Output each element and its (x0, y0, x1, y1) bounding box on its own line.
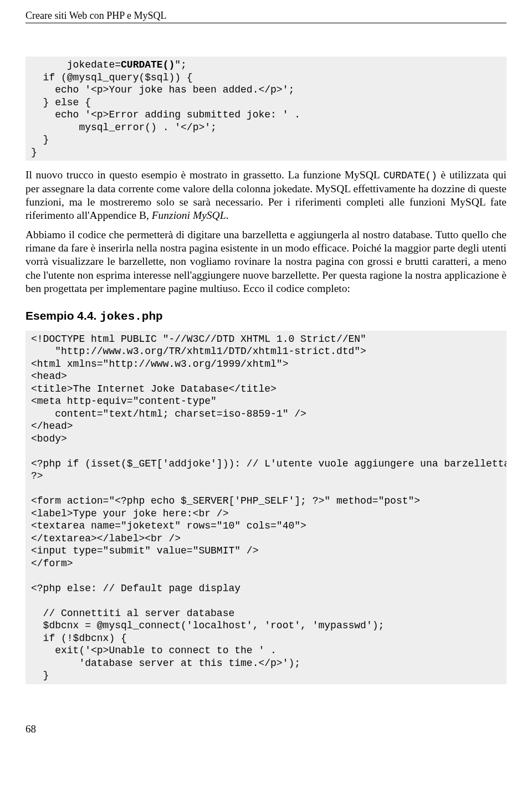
code-line: } else { (31, 97, 91, 108)
text-run: Il nuovo trucco in questo esempio è most… (25, 169, 383, 181)
paragraph-1: Il nuovo trucco in questo esempio è most… (25, 168, 507, 223)
example-heading: Esempio 4.4. jokes.php (25, 309, 507, 323)
code-line: echo '<p>Error adding submitted joke: ' … (31, 109, 300, 120)
code-line: mysql_error() . '</p>'; (31, 122, 217, 133)
code-bold-curdate: CURDATE() (121, 59, 175, 70)
inline-code-curdate: CURDATE() (383, 170, 437, 181)
example-label: Esempio 4.4. (25, 309, 100, 322)
paragraph-2: Abbiamo il codice che permetterà di digi… (25, 228, 507, 296)
code-block-2: <!DOCTYPE html PUBLIC "-//W3C//DTD XHTML… (25, 331, 507, 684)
code-block-1: jokedate=CURDATE()"; if (@mysql_query($s… (25, 57, 507, 161)
text-italic: Funzioni MySQL (152, 209, 226, 221)
text-run: . (226, 209, 228, 221)
code-line: } (31, 147, 37, 158)
page-number: 68 (25, 723, 507, 735)
code-line: } (31, 134, 49, 145)
example-filename: jokes.php (100, 310, 162, 323)
page-container: Creare siti Web con PHP e MySQL jokedate… (0, 0, 532, 752)
code-line: if (@mysql_query($sql)) { (31, 72, 193, 83)
code-line: "; (175, 59, 187, 70)
code-line: echo '<p>Your joke has been added.</p>'; (31, 84, 294, 95)
running-head: Creare siti Web con PHP e MySQL (25, 10, 507, 23)
code-line: jokedate= (31, 59, 121, 70)
